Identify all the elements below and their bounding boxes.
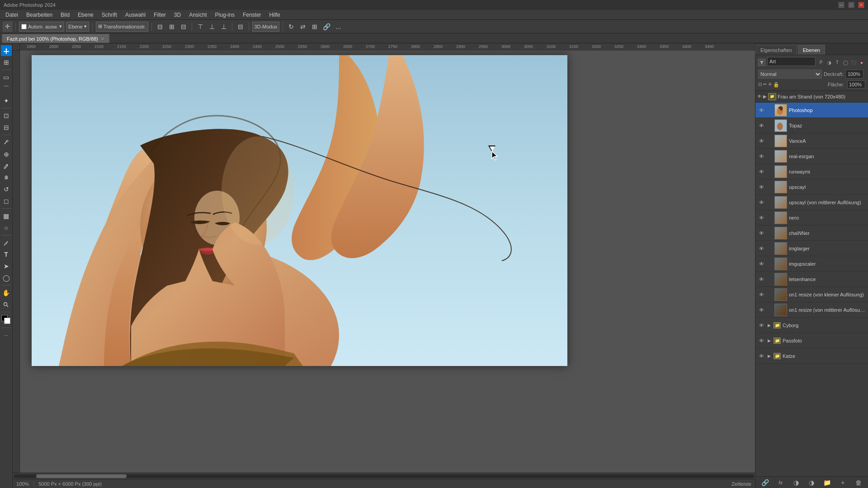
delete-layer-btn[interactable]: 🗑: [854, 478, 863, 487]
layer-item-real-esrgan[interactable]: 👁 real-esrgan: [755, 149, 868, 164]
layer-dropdown[interactable]: Ebene ▾: [66, 22, 89, 32]
auto-select-checkbox[interactable]: [21, 24, 27, 29]
tool-spot-heal[interactable]: [1, 149, 12, 160]
fx-btn[interactable]: fx: [776, 478, 785, 487]
3d-mode-dropdown[interactable]: 3D-Modus: [252, 22, 280, 32]
eye-topaz[interactable]: 👁: [758, 122, 764, 129]
tool-dodge[interactable]: ○: [1, 222, 12, 233]
link-layers-btn[interactable]: 🔗: [760, 478, 769, 487]
filter-pixel-icon[interactable]: P: [817, 59, 825, 66]
eye-imgupscaler[interactable]: 👁: [758, 261, 764, 267]
tool-zoom[interactable]: [1, 299, 12, 310]
menu-3d[interactable]: 3D: [170, 11, 184, 19]
layer-item-upscayl[interactable]: 👁 upscayl: [755, 179, 868, 195]
eye-icon-group[interactable]: 👁: [757, 94, 762, 99]
filter-kind-icon[interactable]: [758, 59, 765, 66]
menu-datei[interactable]: Datei: [2, 11, 22, 19]
align-top-btn[interactable]: ⊤: [195, 22, 205, 32]
move-tool-btn[interactable]: ✛: [3, 22, 12, 32]
layer-item-katze[interactable]: 👁 ▶ 📁 Katze: [755, 348, 868, 364]
filter-smart-icon[interactable]: ⬛: [850, 59, 857, 66]
align-bottom-btn[interactable]: ⊥: [219, 22, 229, 32]
blend-mode-select[interactable]: Normal: [758, 70, 822, 79]
distribute-btn[interactable]: ⊟: [236, 22, 245, 32]
rotate-btn[interactable]: ↻: [286, 22, 296, 32]
align-middle-btn[interactable]: ⊥: [207, 22, 217, 32]
layer-item-nero[interactable]: 👁 nero: [755, 210, 868, 225]
tool-eyedropper[interactable]: [1, 137, 12, 148]
tab-eigenschaften[interactable]: Eigenschaften: [755, 45, 797, 55]
tool-lasso[interactable]: ⌒: [1, 84, 12, 94]
eye-real-esrgan[interactable]: 👁: [758, 153, 764, 160]
transform2-btn[interactable]: ⊞: [310, 22, 320, 32]
filter-adj-icon[interactable]: ◑: [826, 59, 833, 66]
eye-on1-small[interactable]: 👁: [758, 291, 764, 298]
eye-runwaymi[interactable]: 👁: [758, 169, 764, 175]
minimize-btn[interactable]: ─: [838, 2, 844, 8]
deckraft-input[interactable]: [845, 70, 863, 79]
tab-ebenen[interactable]: Ebenen: [798, 45, 825, 55]
tool-slice[interactable]: ⊟: [1, 122, 12, 133]
tool-path-select[interactable]: ➤: [1, 261, 12, 272]
eye-vancea[interactable]: 👁: [758, 138, 764, 144]
layer-item-topaz[interactable]: 👁 Topaz: [755, 118, 868, 133]
lock-move-icon[interactable]: ✛: [768, 82, 772, 88]
eye-imglarger[interactable]: 👁: [758, 245, 764, 252]
fg-bg-colors[interactable]: [1, 315, 11, 325]
menu-auswahl[interactable]: Auswahl: [122, 11, 149, 19]
menu-ebene[interactable]: Ebene: [74, 11, 97, 19]
layer-item-on1-med[interactable]: 👁 on1 resize (von mittlerer Auflösung): [755, 302, 868, 318]
flip-btn[interactable]: ⇄: [298, 22, 308, 32]
tool-text[interactable]: T: [1, 249, 12, 260]
group-arrow-cyborg[interactable]: ▶: [766, 323, 772, 328]
layer-item-chainner[interactable]: 👁 chaiNNer: [755, 225, 868, 241]
transform-dropdown[interactable]: ⊞ Transformationsstr.: [96, 22, 148, 32]
lock-trans-icon[interactable]: ⊡: [758, 82, 762, 88]
menu-hilfe[interactable]: Hilfe: [266, 11, 284, 19]
new-group-btn[interactable]: 📁: [823, 478, 832, 487]
link-btn[interactable]: 🔗: [321, 22, 331, 32]
layer-item-letsenhance[interactable]: 👁 letsenhance: [755, 272, 868, 287]
layers-list[interactable]: 👁 Photoshop 👁 Topaz 👁: [755, 103, 868, 476]
tool-gradient[interactable]: ▦: [1, 211, 12, 221]
document-tab[interactable]: Fazit.psd bei 100% (Photoshop, RGB/88) ✕: [2, 34, 109, 43]
tool-move[interactable]: [1, 45, 12, 56]
eye-passfoto[interactable]: 👁: [758, 338, 764, 344]
parent-group-row[interactable]: 👁 ▶ 📁 Frau am Strand (von 720x480): [755, 91, 868, 103]
layer-item-passfoto[interactable]: 👁 ▶ 📁 Passfoto: [755, 333, 868, 348]
filter-shape-icon[interactable]: ◯: [842, 59, 849, 66]
tool-pen[interactable]: [1, 237, 12, 248]
tool-artboard[interactable]: ⊞: [1, 57, 12, 68]
tool-magic-wand[interactable]: ✦: [1, 95, 12, 106]
tool-eraser[interactable]: ◻: [1, 196, 12, 206]
tab-close-btn[interactable]: ✕: [101, 37, 104, 41]
eye-katze[interactable]: 👁: [758, 353, 764, 359]
group-arrow-passfoto[interactable]: ▶: [766, 338, 772, 343]
lock-all-icon[interactable]: 🔒: [773, 82, 779, 88]
h-scrollbar[interactable]: [13, 473, 755, 479]
group-arrow-parent[interactable]: ▶: [763, 94, 767, 99]
timeline-btn[interactable]: Zeitleiste: [731, 481, 751, 487]
layer-item-imglarger[interactable]: 👁 imglarger: [755, 241, 868, 256]
add-mask-btn[interactable]: ◑: [792, 478, 801, 487]
eye-nero[interactable]: 👁: [758, 215, 764, 221]
new-layer-btn[interactable]: +: [838, 478, 847, 487]
tool-more[interactable]: ···: [1, 330, 12, 341]
eye-letsenhance[interactable]: 👁: [758, 276, 764, 282]
layer-item-cyborg[interactable]: 👁 ▶ 📁 Cyborg: [755, 318, 868, 333]
extras-btn[interactable]: ...: [333, 22, 343, 32]
layer-item-imgupscaler[interactable]: 👁 imgupscaler: [755, 256, 868, 272]
auto-select-dropdown[interactable]: Autom. ausw. ▾: [19, 22, 64, 32]
lock-brush-icon[interactable]: ✏: [763, 82, 767, 88]
menu-bearbeiten[interactable]: Bearbeiten: [23, 11, 56, 19]
filter-text-icon[interactable]: T: [834, 59, 841, 66]
align-center-btn[interactable]: ⊞: [167, 22, 177, 32]
tool-select-rect[interactable]: ▭: [1, 72, 12, 83]
menu-fenster[interactable]: Fenster: [239, 11, 265, 19]
tool-crop[interactable]: ⊡: [1, 110, 12, 121]
maximize-btn[interactable]: □: [848, 2, 854, 8]
eye-chainner[interactable]: 👁: [758, 230, 764, 236]
close-btn[interactable]: ✕: [858, 2, 864, 8]
menu-filter[interactable]: Filter: [150, 11, 170, 19]
flache-input[interactable]: [847, 80, 865, 89]
